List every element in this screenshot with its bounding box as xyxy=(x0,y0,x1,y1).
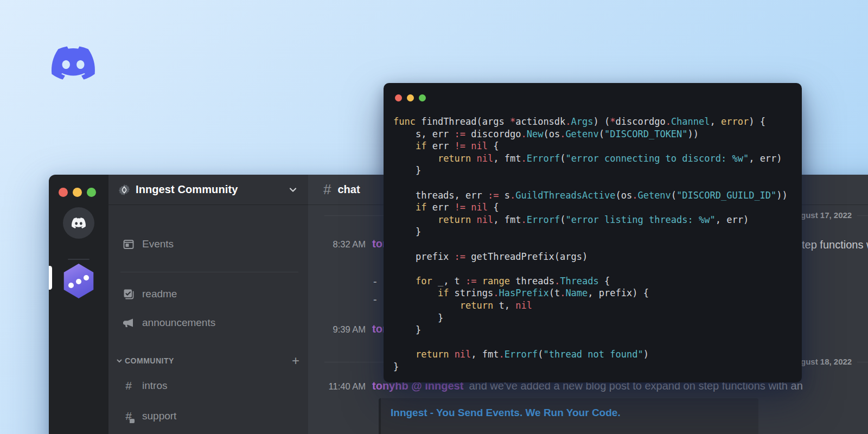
active-server-indicator xyxy=(49,266,52,290)
sidebar-divider xyxy=(120,272,298,272)
stage: Inngest Community Events xyxy=(0,0,868,434)
channel-list: Events readme xyxy=(108,205,308,426)
server-header[interactable]: Inngest Community xyxy=(108,175,308,205)
channel-readme[interactable]: readme xyxy=(116,284,302,304)
embed-title-link[interactable]: Inngest - You Send Events. We Run Your C… xyxy=(391,407,749,419)
server-name: Inngest Community xyxy=(136,183,282,196)
create-channel-button[interactable]: + xyxy=(292,355,299,366)
message-timestamp: 11:40 AM xyxy=(319,381,366,392)
hash-icon: # xyxy=(125,380,132,391)
inngest-server-button[interactable] xyxy=(62,264,95,298)
minimize-window-button[interactable] xyxy=(73,188,82,197)
discord-logo xyxy=(46,41,101,85)
channel-sidebar: Inngest Community Events xyxy=(108,175,308,434)
window-controls xyxy=(395,94,426,101)
calendar-icon xyxy=(123,238,135,250)
book-check-icon xyxy=(123,288,135,300)
discord-home-button[interactable] xyxy=(63,207,94,239)
chevron-down-small-icon xyxy=(116,358,123,364)
channel-label: announcements xyxy=(142,317,215,329)
discord-home-icon xyxy=(69,216,88,230)
minimize-window-button[interactable] xyxy=(407,94,414,101)
hash-bubble-icon: # xyxy=(125,411,132,422)
channel-announcements[interactable]: announcements xyxy=(116,313,302,333)
rail-divider xyxy=(68,259,90,260)
hash-icon: # xyxy=(323,181,331,198)
server-rail xyxy=(49,175,108,434)
message-text-fragment: step functions with xyxy=(796,239,868,251)
channel-support[interactable]: # support xyxy=(116,406,302,426)
close-window-button[interactable] xyxy=(395,94,402,101)
message-timestamp: 9:39 AM xyxy=(319,324,366,335)
zoom-window-button[interactable] xyxy=(419,94,426,101)
channel-title: chat xyxy=(337,183,360,196)
inngest-hexagon-icon xyxy=(68,283,74,288)
channel-label: readme xyxy=(142,288,177,300)
section-community[interactable]: COMMUNITY + xyxy=(116,354,299,367)
zoom-window-button[interactable] xyxy=(87,188,96,197)
list-bullet: - xyxy=(373,276,377,288)
code-window: func findThread(args *actionsdk.Args) (*… xyxy=(384,83,802,382)
close-window-button[interactable] xyxy=(59,188,68,197)
channel-events[interactable]: Events xyxy=(116,234,302,254)
channel-label: support xyxy=(142,410,176,422)
community-badge-icon xyxy=(118,184,130,196)
window-controls xyxy=(59,188,96,197)
channel-label: Events xyxy=(142,238,174,250)
code-editor: func findThread(args *actionsdk.Args) (*… xyxy=(393,116,788,373)
list-bullet: - xyxy=(373,293,377,306)
message-timestamp: 8:32 AM xyxy=(319,239,366,250)
section-label: COMMUNITY xyxy=(125,356,292,365)
megaphone-icon xyxy=(123,317,135,329)
chevron-down-icon xyxy=(288,184,298,195)
channel-intros[interactable]: # intros xyxy=(116,376,302,395)
link-embed: Inngest - You Send Events. We Run Your C… xyxy=(379,398,758,434)
channel-label: intros xyxy=(142,380,167,392)
